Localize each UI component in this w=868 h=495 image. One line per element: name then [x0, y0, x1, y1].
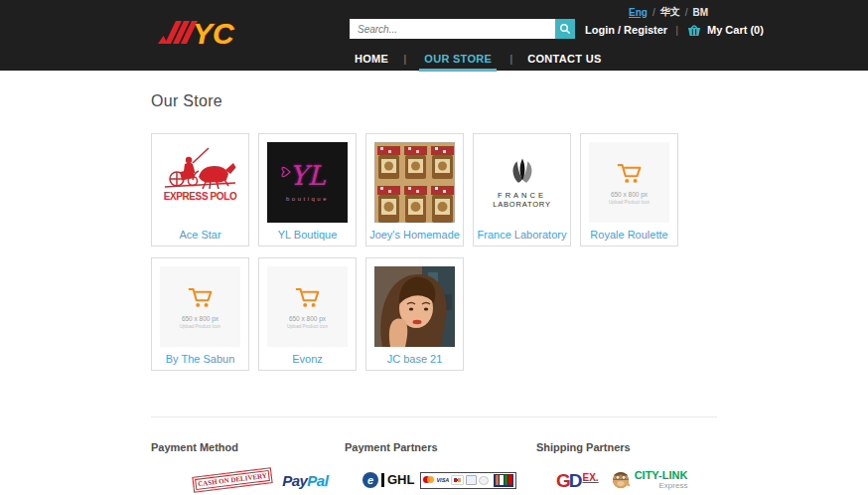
search-bar: [350, 19, 575, 39]
payment-partners-section: Payment Partners e GHL VISA: [345, 441, 536, 492]
butterfly-icon: [280, 162, 294, 182]
joeys-homemade-photo: [374, 142, 455, 223]
store-name[interactable]: JC base 21: [367, 353, 462, 365]
horse-carriage-illustration: [163, 145, 237, 191]
my-cart-link[interactable]: My Cart (0): [686, 23, 764, 37]
lang-chinese[interactable]: 华文: [660, 5, 680, 19]
france-laboratory-logo: FRANCE LABORATORY: [482, 142, 562, 223]
cart-placeholder-icon: [616, 160, 644, 185]
store-name[interactable]: YL Boutique: [260, 229, 355, 241]
nav-home[interactable]: HOME: [353, 51, 390, 72]
cash-on-delivery-logo: CASH ON DELIVERY: [192, 467, 273, 493]
shipping-partners-section: Shipping Partners G D EX.: [536, 441, 735, 492]
tulip-icon: [508, 157, 536, 187]
placeholder-image: 650 x 800 px Upload Product Icon: [267, 266, 348, 347]
nav-separator: |: [403, 51, 406, 72]
nav-separator: |: [509, 51, 512, 72]
visa-logo: VISA: [436, 477, 449, 483]
eghl-e-icon: e: [362, 472, 378, 488]
search-button[interactable]: [555, 19, 575, 39]
placeholder-hint-label: Upload Product Icon: [609, 200, 650, 205]
city-link-logo: CITY-LINK Express: [611, 470, 688, 490]
placeholder-size-label: 650 x 800 px: [289, 315, 326, 322]
eghl-logo: e GHL: [362, 472, 416, 488]
yl-boutique-subtext: boutique: [286, 196, 329, 202]
charge-card-icon: [479, 476, 489, 485]
placeholder-hint-label: Upload Product Icon: [287, 324, 328, 329]
placeholder-image: 650 x 800 px Upload Product Icon: [160, 266, 240, 347]
cart-placeholder-icon: [187, 284, 215, 309]
cart-basket-icon: [686, 23, 702, 37]
placeholder-size-label: 650 x 800 px: [611, 191, 648, 198]
store-card-royale-roulette[interactable]: 650 x 800 px Upload Product Icon Royale …: [580, 133, 678, 247]
store-card-by-the-sabun[interactable]: 650 x 800 px Upload Product Icon By The …: [151, 257, 249, 371]
search-input[interactable]: [350, 19, 555, 39]
placeholder-size-label: 650 x 800 px: [182, 315, 218, 322]
store-card-france-laboratory[interactable]: FRANCE LABORATORY France Laboratory: [473, 133, 571, 247]
footer-divider: [151, 416, 717, 417]
city-link-mascot-icon: [611, 470, 631, 490]
payment-partners-heading: Payment Partners: [345, 441, 536, 453]
logo-yc-text: YC: [193, 17, 235, 50]
header: YC Eng / 华文 / BM Login / Register |: [0, 0, 868, 71]
ghl-wordmark: GHL: [381, 473, 416, 487]
store-name[interactable]: Joey's Homemade: [367, 229, 462, 241]
login-register-link[interactable]: Login / Register: [585, 24, 667, 36]
store-name[interactable]: Royale Roulette: [582, 229, 676, 241]
store-name[interactable]: Evonz: [260, 353, 355, 365]
placeholder-hint-label: Upload Product Icon: [180, 324, 220, 329]
store-card-ace-star[interactable]: EXPRESS POLO Ace Star: [151, 133, 249, 247]
myc-logo[interactable]: YC: [155, 10, 236, 52]
lang-separator: /: [652, 7, 655, 18]
store-card-evonz[interactable]: 650 x 800 px Upload Product Icon Evonz: [258, 257, 357, 371]
paypal-logo: PayPal: [282, 472, 328, 489]
yl-boutique-logo: YL boutique: [267, 142, 348, 223]
lang-bm[interactable]: BM: [692, 7, 708, 18]
store-card-jc-base-21[interactable]: JC base 21: [365, 257, 464, 371]
card-brands-strip: VISA: [420, 472, 516, 489]
cart-placeholder-icon: [294, 284, 322, 309]
payment-method-section: Payment Method CASH ON DELIVERY PayPal: [151, 441, 345, 492]
page-title: Our Store: [151, 92, 222, 110]
france-wordmark: FRANCE: [498, 191, 546, 200]
bank-panel-icon: [494, 474, 513, 487]
store-name[interactable]: Ace Star: [153, 229, 247, 241]
account-bar: Login / Register | My Cart (0): [585, 22, 764, 38]
payment-method-heading: Payment Method: [151, 441, 345, 453]
laboratory-wordmark: LABORATORY: [493, 200, 550, 209]
store-name[interactable]: France Laboratory: [475, 229, 569, 241]
lang-eng[interactable]: Eng: [629, 7, 648, 18]
express-polo-logo: EXPRESS POLO: [160, 142, 240, 223]
store-name[interactable]: By The Sabun: [153, 353, 247, 365]
portrait-photo: [374, 266, 455, 347]
store-card-joeys-homemade[interactable]: Joey's Homemade: [365, 133, 464, 247]
main-nav: HOME | OUR STORE | CONTACT US: [353, 51, 604, 72]
my-cart-label: My Cart (0): [707, 24, 764, 36]
footer: Payment Method CASH ON DELIVERY PayPal P…: [151, 441, 735, 492]
securecode-icon: [451, 475, 464, 485]
search-icon: [559, 23, 571, 35]
store-grid: EXPRESS POLO Ace Star YL boutique YL Bou…: [151, 133, 687, 371]
lang-separator: /: [685, 7, 688, 18]
verified-by-visa-icon: [466, 475, 477, 485]
account-separator: |: [675, 24, 678, 36]
language-switcher: Eng / 华文 / BM: [629, 5, 708, 19]
placeholder-image: 650 x 800 px Upload Product Icon: [589, 142, 669, 223]
jc-base-21-photo: [374, 266, 455, 347]
nav-our-store[interactable]: OUR STORE: [419, 51, 497, 72]
shipping-partners-heading: Shipping Partners: [536, 441, 735, 453]
mastercard-icon: [423, 476, 434, 484]
page: YC Eng / 华文 / BM Login / Register |: [0, 0, 868, 495]
myc-logo-mark: YC: [155, 10, 236, 52]
express-polo-wordmark: EXPRESS POLO: [160, 191, 240, 202]
gdex-logo: G D EX.: [556, 471, 599, 490]
yl-script-text: YL: [290, 163, 326, 189]
nav-contact-us[interactable]: CONTACT US: [525, 51, 603, 72]
peanut-butter-jars-photo: [374, 142, 455, 223]
store-card-yl-boutique[interactable]: YL boutique YL Boutique: [258, 133, 357, 247]
